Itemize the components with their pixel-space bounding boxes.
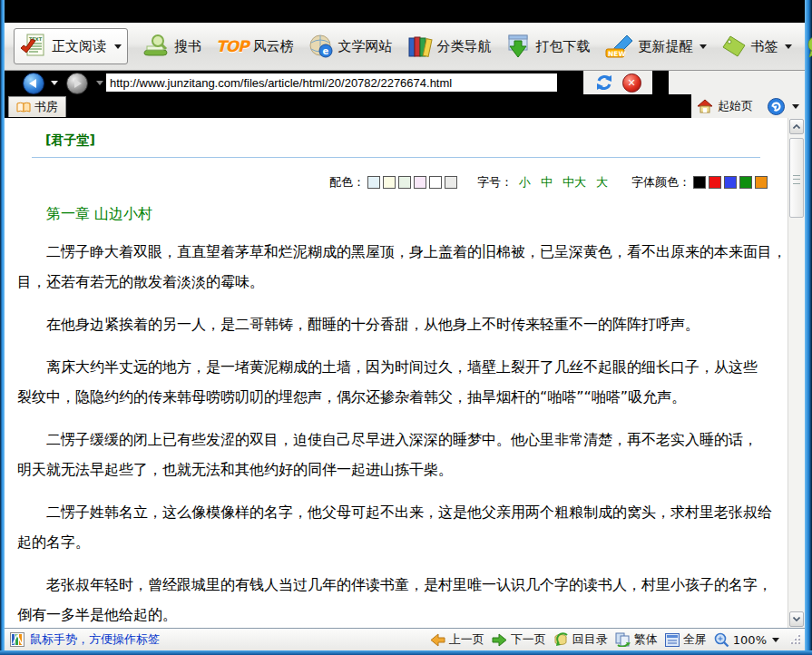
home-options-chevron-icon[interactable] <box>792 104 799 109</box>
scheme-swatch[interactable] <box>429 176 442 189</box>
home-page-button[interactable]: 起始页 <box>697 98 753 114</box>
forward-history-chevron-icon[interactable] <box>96 81 103 85</box>
font-size-label: 字号： <box>477 174 513 191</box>
home-icon <box>697 99 713 113</box>
scroll-up-button[interactable] <box>789 119 804 134</box>
svg-text:NEW: NEW <box>608 50 626 58</box>
back-to-toc-button[interactable]: 回目录 <box>553 631 608 648</box>
address-toolbar: ✕ <box>583 71 652 94</box>
tab-label: 书房 <box>34 99 58 115</box>
window-border-right <box>805 0 812 655</box>
top-rank-icon: TOP <box>216 37 249 55</box>
package-download-button[interactable]: 打包下载 <box>506 34 591 59</box>
font-size-option[interactable]: 中 <box>541 174 553 191</box>
text-reading-button[interactable]: TEXT 正文阅读 <box>14 28 128 64</box>
zoom-chevron-icon <box>772 638 779 642</box>
fullscreen-label: 全屏 <box>683 631 707 648</box>
font-size-option[interactable]: 小 <box>519 174 531 191</box>
vertical-scrollbar[interactable] <box>788 118 805 628</box>
font-color-swatch[interactable] <box>693 176 706 189</box>
prev-page-arrow-icon <box>430 633 445 647</box>
scheme-swatch[interactable] <box>414 176 426 189</box>
forward-arrow-icon <box>74 79 82 88</box>
chapter-paragraphs: 二愣子睁大着双眼，直直望着茅草和烂泥糊成的黑屋顶，身上盖着的旧棉被，已呈深黄色，… <box>5 237 788 628</box>
traditional-chinese-label: 繁体 <box>634 631 658 648</box>
tab-refresh-button[interactable] <box>768 98 785 115</box>
scheme-swatch[interactable] <box>445 176 457 189</box>
forward-button[interactable] <box>66 73 88 94</box>
back-to-toc-label: 回目录 <box>572 631 608 648</box>
font-color-swatch[interactable] <box>739 176 752 189</box>
scheme-swatch[interactable] <box>367 176 380 189</box>
literature-site-button[interactable]: e 文学网站 <box>308 34 393 59</box>
status-message: 鼠标手势，方便操作标签 <box>10 631 160 648</box>
font-color-swatch[interactable] <box>755 176 768 189</box>
update-reminder-icon: NEW <box>605 34 634 59</box>
page-content: [君子堂] 配色： 字号： 小中中大大 字体颜色： <box>5 118 805 628</box>
address-bar-row: ✕ <box>5 71 805 94</box>
mouse-gesture-icon <box>10 632 24 647</box>
bookmark-icon <box>721 34 747 58</box>
bookmark-label: 书签 <box>751 38 778 55</box>
toc-icon <box>553 632 569 647</box>
home-page-label: 起始页 <box>718 98 753 114</box>
stop-button[interactable]: ✕ <box>622 73 641 93</box>
chevron-down-icon <box>114 44 122 49</box>
tab-right-panel: 起始页 <box>691 94 805 118</box>
resize-grip[interactable] <box>790 634 801 645</box>
scroll-down-button[interactable] <box>789 611 804 627</box>
paragraph: 离床大约半丈远的地方，是一堵黄泥糊成的土墙，因为时间过久，墙壁上裂开了几丝不起眼… <box>17 352 788 412</box>
top-rank-label: 风云榜 <box>253 38 294 55</box>
back-button[interactable] <box>23 73 44 94</box>
magnifier-icon <box>714 632 729 648</box>
svg-text:e: e <box>322 46 328 56</box>
fullscreen-button[interactable]: 全屏 <box>665 631 707 648</box>
font-color-swatch[interactable] <box>724 176 737 189</box>
next-page-label: 下一页 <box>511 631 546 648</box>
paragraph: 老张叔年轻时，曾经跟城里的有钱人当过几年的伴读书童，是村里唯一认识几个字的读书人… <box>17 570 788 628</box>
vote-button[interactable]: 投票 <box>807 34 812 59</box>
scheme-swatch[interactable] <box>398 176 411 189</box>
next-page-button[interactable]: 下一页 <box>492 631 546 648</box>
window-border-bottom <box>0 650 812 655</box>
bookmark-button[interactable]: 书签 <box>721 34 792 58</box>
prev-page-label: 上一页 <box>449 631 484 648</box>
paragraph: 二愣子姓韩名立，这么像模像样的名字，他父母可起不出来，这是他父亲用两个粗粮制成的… <box>17 497 788 557</box>
vote-icon <box>807 34 812 59</box>
update-reminder-button[interactable]: NEW 更新提醒 <box>605 34 707 59</box>
text-reading-icon: TEXT <box>20 34 45 59</box>
address-row-filler <box>669 71 805 94</box>
font-size-option[interactable]: 大 <box>596 174 608 191</box>
download-icon <box>506 34 532 59</box>
scheme-label: 配色： <box>329 174 365 191</box>
font-size-options: 小中中大大 <box>515 174 611 191</box>
paragraph: 在他身边紧挨着的另一人，是二哥韩铸，酣睡的十分香甜，从他身上不时传来轻重不一的阵… <box>17 309 788 339</box>
category-nav-label: 分类导航 <box>437 38 492 55</box>
site-title: [君子堂] <box>32 132 760 149</box>
zoom-control[interactable]: 100% <box>714 632 779 648</box>
prev-page-button[interactable]: 上一页 <box>430 631 484 648</box>
url-input[interactable] <box>106 73 557 92</box>
chevron-down-icon <box>699 44 707 49</box>
scheme-swatch[interactable] <box>383 176 396 189</box>
text-reading-label: 正文阅读 <box>52 38 106 55</box>
top-rank-button[interactable]: TOP 风云榜 <box>216 37 294 55</box>
search-book-button[interactable]: 搜书 <box>142 34 201 59</box>
scrollbar-thumb[interactable] <box>789 138 804 218</box>
open-book-icon <box>16 102 31 113</box>
fullscreen-icon <box>665 633 680 647</box>
category-nav-button[interactable]: 分类导航 <box>407 34 492 59</box>
font-color-swatches <box>693 176 768 189</box>
search-book-label: 搜书 <box>174 38 201 55</box>
traditional-chinese-button[interactable]: 繁体 <box>615 631 658 648</box>
chevron-down-icon <box>785 44 792 49</box>
font-color-swatch[interactable] <box>709 176 721 189</box>
chapter-title: 第一章 山边小村 <box>5 205 788 224</box>
header-divider <box>32 157 760 158</box>
paragraph: 二愣子缓缓的闭上已有些发涩的双目，迫使自己尽早进入深深的睡梦中。他心里非常清楚，… <box>17 425 788 484</box>
status-message-text: 鼠标手势，方便操作标签 <box>30 631 160 648</box>
tab-study-room[interactable]: 书房 <box>8 96 66 117</box>
font-size-option[interactable]: 中大 <box>563 174 586 191</box>
back-history-chevron-icon[interactable] <box>51 81 58 85</box>
refresh-icon[interactable] <box>595 73 613 92</box>
